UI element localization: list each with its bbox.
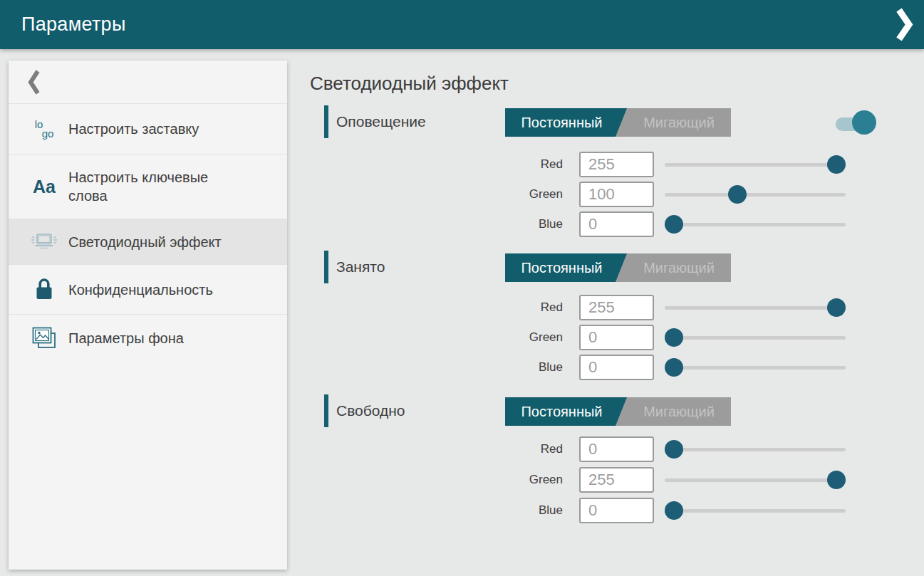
sidebar-item-label: Конфиденциальность bbox=[68, 281, 220, 299]
channel-row-green: Green bbox=[310, 325, 858, 350]
red-slider[interactable] bbox=[665, 306, 846, 310]
section-title: Оповещение bbox=[336, 113, 426, 130]
sidebar-item-privacy[interactable]: Конфиденциальность bbox=[9, 265, 287, 315]
sidebar-item-label: Параметры фона bbox=[68, 329, 191, 347]
channel-label: Blue bbox=[310, 355, 563, 380]
sidebar-item-background[interactable]: Параметры фона bbox=[9, 315, 287, 362]
channel-row-red: Red bbox=[310, 436, 858, 462]
settings-sidebar: lo go Настроить заставку Aa Настроить кл… bbox=[9, 61, 287, 570]
page-title: Параметры bbox=[21, 14, 126, 36]
sidebar-item-screensaver[interactable]: lo go Настроить заставку bbox=[9, 104, 287, 155]
section-title: Занято bbox=[336, 258, 385, 276]
blue-value-input[interactable] bbox=[579, 498, 654, 523]
blue-slider[interactable] bbox=[665, 366, 846, 370]
channel-label: Green bbox=[310, 182, 563, 207]
red-slider[interactable] bbox=[665, 448, 846, 451]
channel-row-red: Red bbox=[310, 295, 858, 320]
sidebar-item-keywords[interactable]: Aa Настроить ключевые слова bbox=[9, 155, 287, 219]
section-header-busy: Занято Мигающий Постоянный bbox=[324, 251, 894, 283]
sidebar-item-label: Настроить заставку bbox=[68, 120, 206, 138]
section-header-free: Свободно Мигающий Постоянный bbox=[324, 394, 894, 427]
sidebar-back-button[interactable] bbox=[9, 61, 287, 104]
toggle-knob bbox=[852, 110, 876, 135]
channel-row-green: Green bbox=[310, 467, 858, 493]
slider-knob[interactable] bbox=[665, 215, 683, 234]
letters-icon: Aa bbox=[9, 177, 68, 197]
channel-label: Blue bbox=[310, 211, 563, 237]
slider-knob[interactable] bbox=[665, 501, 683, 520]
section-header-notification: Оповещение Мигающий Постоянный bbox=[324, 105, 894, 138]
red-value-input[interactable] bbox=[579, 152, 654, 177]
red-slider[interactable] bbox=[665, 163, 846, 167]
channel-row-green: Green bbox=[310, 182, 858, 207]
app-header: Параметры bbox=[0, 0, 924, 49]
channel-label: Blue bbox=[310, 498, 563, 523]
channel-label: Green bbox=[310, 467, 563, 493]
green-value-input[interactable] bbox=[579, 325, 654, 350]
chevron-left-icon bbox=[28, 69, 40, 95]
lock-icon bbox=[9, 277, 68, 302]
mode-toggle: Мигающий Постоянный bbox=[505, 108, 731, 137]
section-title: Свободно bbox=[336, 402, 405, 419]
green-slider[interactable] bbox=[665, 478, 846, 482]
channel-row-red: Red bbox=[310, 152, 858, 177]
green-value-input[interactable] bbox=[579, 467, 654, 493]
channel-row-blue: Blue bbox=[310, 498, 858, 523]
red-value-input[interactable] bbox=[579, 295, 654, 320]
sidebar-item-label: Светодиодный эффект bbox=[68, 233, 229, 251]
blue-slider[interactable] bbox=[665, 509, 846, 513]
main-content: Светодиодный эффект Оповещение Мигающий … bbox=[310, 49, 924, 576]
slider-knob[interactable] bbox=[827, 471, 846, 489]
channel-label: Green bbox=[310, 325, 563, 350]
channel-label: Red bbox=[310, 436, 563, 462]
blue-slider[interactable] bbox=[665, 223, 846, 226]
blue-value-input[interactable] bbox=[579, 211, 654, 237]
blue-value-input[interactable] bbox=[579, 355, 654, 380]
sidebar-item-label: Настроить ключевые слова bbox=[68, 168, 287, 205]
mode-blinking-button[interactable]: Мигающий bbox=[627, 397, 731, 426]
mode-solid-button[interactable]: Постоянный bbox=[505, 108, 627, 137]
mode-toggle: Мигающий Постоянный bbox=[505, 397, 731, 426]
slider-knob[interactable] bbox=[827, 298, 846, 317]
green-slider[interactable] bbox=[665, 336, 846, 340]
slider-knob[interactable] bbox=[665, 358, 683, 377]
green-slider[interactable] bbox=[665, 193, 846, 197]
mode-blinking-button[interactable]: Мигающий bbox=[627, 108, 731, 137]
sidebar-item-led-effect[interactable]: Светодиодный эффект bbox=[9, 219, 287, 265]
red-value-input[interactable] bbox=[579, 436, 654, 462]
channel-label: Red bbox=[310, 295, 563, 320]
logo-icon: lo go bbox=[9, 120, 68, 138]
slider-knob[interactable] bbox=[665, 440, 683, 459]
mode-blinking-button[interactable]: Мигающий bbox=[627, 253, 731, 282]
slider-knob[interactable] bbox=[728, 185, 747, 204]
mode-solid-button[interactable]: Постоянный bbox=[505, 253, 627, 282]
channel-row-blue: Blue bbox=[310, 355, 858, 380]
accent-bar bbox=[324, 105, 328, 138]
display-glow-icon bbox=[9, 231, 68, 253]
page-section-title: Светодиодный эффект bbox=[310, 73, 509, 95]
mode-solid-button[interactable]: Постоянный bbox=[505, 397, 627, 426]
mode-toggle: Мигающий Постоянный bbox=[505, 253, 731, 282]
accent-bar bbox=[324, 394, 328, 427]
section-enable-toggle[interactable] bbox=[836, 105, 877, 135]
channel-label: Red bbox=[310, 152, 563, 177]
chevron-right-icon[interactable] bbox=[896, 7, 914, 42]
accent-bar bbox=[324, 251, 328, 283]
images-icon bbox=[9, 325, 68, 351]
slider-knob[interactable] bbox=[665, 328, 683, 347]
green-value-input[interactable] bbox=[579, 182, 654, 207]
channel-row-blue: Blue bbox=[310, 211, 858, 237]
slider-knob[interactable] bbox=[827, 155, 846, 174]
